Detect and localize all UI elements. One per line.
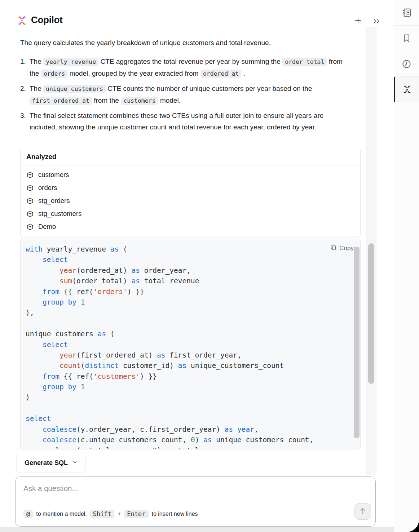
explanation-list: 1.The yearly_revenue CTE aggregates the … bbox=[20, 56, 353, 136]
hint-text: to insert new lines bbox=[152, 511, 198, 517]
copy-button[interactable]: Copy bbox=[330, 244, 354, 253]
code-line: with yearly_revenue as ( bbox=[26, 244, 355, 254]
sidebar-item-history[interactable] bbox=[394, 51, 419, 77]
inline-code-chip: order_total bbox=[282, 58, 327, 66]
code-line: ) bbox=[26, 392, 355, 403]
copilot-panel: Copilot The query calculates the yearly … bbox=[0, 0, 419, 532]
explanation-text: The yearly_revenue CTE aggregates the to… bbox=[30, 56, 353, 80]
bookmark-icon bbox=[402, 33, 412, 43]
analyzed-model-item[interactable]: Demo bbox=[26, 220, 354, 233]
list-number: 1. bbox=[20, 56, 30, 80]
ask-question-box: Ask a question... @to mention a model,Sh… bbox=[15, 476, 376, 527]
code-line bbox=[26, 403, 355, 413]
code-line: coalesce(y.order_year, c.first_order_yea… bbox=[26, 424, 355, 435]
main-scrollbar-thumb[interactable] bbox=[368, 243, 374, 384]
code-line: from {{ ref('orders') }} bbox=[26, 287, 355, 297]
code-line: count(distinct customer_id) as unique_cu… bbox=[26, 360, 355, 371]
model-name: orders bbox=[38, 184, 57, 192]
explanation-item: 3.The final select statement combines th… bbox=[20, 110, 353, 133]
code-line bbox=[26, 318, 355, 329]
code-line: ), bbox=[26, 307, 355, 318]
sql-code-block: with yearly_revenue as ( select year(ord… bbox=[20, 239, 361, 449]
copilot-icon bbox=[402, 84, 413, 95]
generate-sql-label: Generate SQL bbox=[25, 459, 68, 467]
list-number: 3. bbox=[20, 110, 30, 133]
plus-icon bbox=[354, 16, 362, 26]
hint-text: + bbox=[118, 511, 121, 517]
code-line: select bbox=[26, 340, 355, 350]
keyboard-chip: Shift bbox=[90, 510, 114, 518]
model-name: stg_orders bbox=[38, 197, 70, 205]
right-sidebar bbox=[394, 0, 419, 532]
package-icon bbox=[26, 197, 34, 205]
inline-code-chip: unique_customers bbox=[43, 85, 106, 93]
send-button[interactable] bbox=[354, 503, 371, 520]
copy-icon bbox=[330, 244, 337, 253]
double-chevron-right-icon bbox=[372, 17, 380, 26]
code-line: select bbox=[26, 254, 355, 265]
package-icon bbox=[26, 184, 34, 192]
input-hint: @to mention a model,Shift+Enterto insert… bbox=[23, 510, 198, 518]
chevron-down-icon bbox=[72, 459, 78, 467]
sidebar-item-bookmark[interactable] bbox=[394, 26, 419, 51]
code-line: sum(order_total) as total_revenue bbox=[26, 276, 355, 286]
explanation-text: The final select statement combines thes… bbox=[30, 110, 353, 133]
notebook-icon bbox=[401, 7, 412, 18]
generate-sql-button[interactable]: Generate SQL bbox=[16, 453, 86, 473]
summary-text: The query calculates the yearly breakdow… bbox=[20, 37, 352, 48]
explanation-item: 1.The yearly_revenue CTE aggregates the … bbox=[20, 56, 353, 80]
inline-code-chip: customers bbox=[121, 97, 158, 105]
copilot-logo-icon bbox=[16, 14, 28, 27]
code-line: coalesce(y.total_revenue, 0) as total_re… bbox=[26, 445, 355, 449]
code-line: unique_customers as ( bbox=[26, 329, 355, 339]
package-icon bbox=[26, 210, 34, 218]
model-name: customers bbox=[38, 171, 69, 179]
code-line: year(first_ordered_at) as first_order_ye… bbox=[26, 350, 355, 360]
keyboard-chip: Enter bbox=[124, 510, 148, 518]
main-scrollbar-track[interactable] bbox=[366, 27, 376, 475]
ask-input[interactable]: Ask a question... bbox=[23, 484, 78, 493]
code-line: from {{ ref('customers') }} bbox=[26, 371, 355, 382]
analyzed-header: Analyzed bbox=[21, 148, 360, 165]
code-line: year(ordered_at) as order_year, bbox=[26, 265, 355, 276]
inline-code-chip: ordered_at bbox=[200, 70, 241, 78]
sidebar-item-copilot[interactable] bbox=[394, 77, 419, 102]
copy-label: Copy bbox=[339, 245, 354, 252]
explanation-item: 2.The unique_customers CTE counts the nu… bbox=[20, 83, 353, 107]
analyzed-list: customersordersstg_ordersstg_customersDe… bbox=[21, 165, 360, 238]
arrow-up-icon bbox=[358, 507, 367, 517]
code-line: coalesce(c.unique_customers_count, 0) as… bbox=[26, 435, 355, 445]
code-line: select bbox=[26, 413, 355, 424]
code-scrollbar-thumb[interactable] bbox=[354, 247, 360, 438]
keyboard-chip: @ bbox=[23, 510, 33, 518]
analyzed-model-item[interactable]: stg_orders bbox=[26, 194, 354, 207]
collapse-panel-button[interactable] bbox=[371, 16, 382, 27]
new-chat-button[interactable] bbox=[353, 15, 363, 26]
window-corner bbox=[396, 515, 419, 532]
model-name: Demo bbox=[38, 223, 56, 231]
code-line: group by 1 bbox=[26, 382, 355, 392]
inline-code-chip: orders bbox=[41, 70, 68, 78]
inline-code-chip: yearly_revenue bbox=[43, 58, 98, 66]
sidebar-item-notebook[interactable] bbox=[394, 0, 419, 26]
analyzed-model-item[interactable]: stg_customers bbox=[26, 207, 354, 220]
model-name: stg_customers bbox=[38, 210, 81, 218]
list-number: 2. bbox=[20, 83, 30, 107]
analyzed-model-item[interactable]: orders bbox=[26, 181, 354, 194]
explanation-text: The unique_customers CTE counts the numb… bbox=[30, 83, 353, 107]
inline-code-chip: first_ordered_at bbox=[30, 97, 92, 105]
window-bottom-edge bbox=[0, 527, 394, 532]
history-icon bbox=[401, 59, 412, 69]
sql-code: with yearly_revenue as ( select year(ord… bbox=[21, 239, 360, 449]
analyzed-model-item[interactable]: customers bbox=[26, 168, 354, 181]
panel-title: Copilot bbox=[31, 14, 62, 26]
code-line: group by 1 bbox=[26, 297, 355, 307]
analyzed-panel: Analyzed customersordersstg_ordersstg_cu… bbox=[20, 148, 361, 238]
package-icon bbox=[26, 223, 34, 231]
hint-text: to mention a model, bbox=[36, 511, 87, 517]
package-icon bbox=[26, 171, 34, 179]
